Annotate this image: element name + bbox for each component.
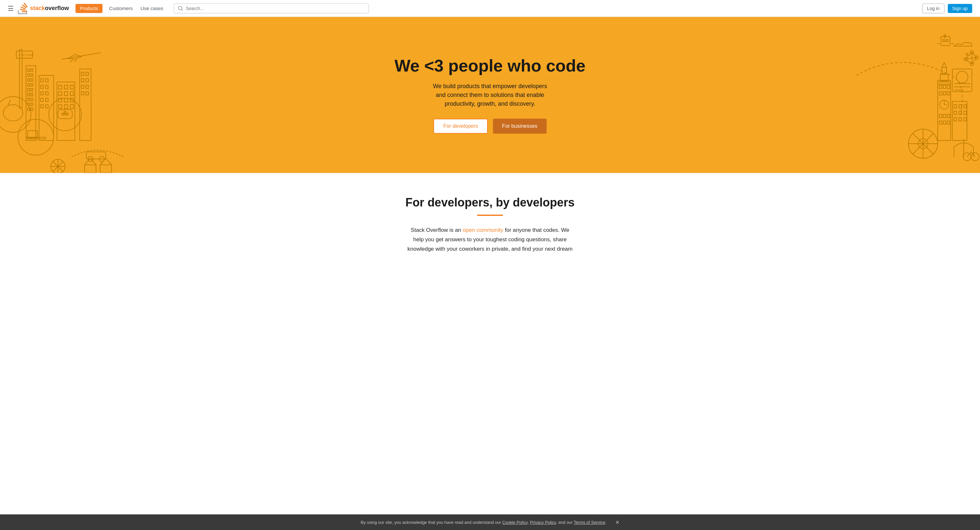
hero-buttons: For developers For businesses (395, 119, 585, 133)
svg-rect-106 (943, 92, 946, 95)
svg-rect-120 (964, 111, 966, 114)
svg-rect-109 (943, 114, 946, 118)
svg-line-57 (70, 59, 73, 62)
svg-rect-22 (28, 108, 30, 111)
section-divider (477, 214, 503, 216)
svg-marker-98 (942, 62, 947, 67)
svg-rect-70 (86, 152, 106, 159)
svg-rect-103 (943, 85, 946, 89)
svg-rect-116 (959, 105, 961, 108)
svg-rect-122 (959, 118, 961, 121)
svg-rect-17 (31, 93, 33, 96)
svg-rect-11 (31, 79, 33, 81)
svg-rect-37 (64, 85, 68, 89)
svg-rect-45 (59, 105, 62, 109)
svg-rect-94 (938, 82, 951, 140)
svg-rect-47 (70, 105, 73, 109)
svg-rect-16 (28, 93, 30, 96)
svg-rect-85 (946, 40, 948, 41)
svg-point-60 (3, 105, 23, 121)
svg-rect-38 (70, 85, 73, 89)
svg-rect-39 (59, 92, 62, 95)
svg-rect-27 (41, 85, 43, 89)
svg-rect-55 (81, 92, 84, 95)
svg-point-65 (66, 113, 68, 115)
svg-rect-50 (86, 72, 89, 75)
svg-rect-110 (947, 114, 950, 118)
section-body: Stack Overflow is an open community for … (406, 226, 574, 254)
hero-section: </welcome> (0, 17, 980, 173)
svg-rect-31 (41, 98, 43, 102)
section-heading: For developers, by developers (6, 196, 974, 209)
svg-rect-113 (947, 121, 950, 124)
svg-rect-53 (81, 85, 84, 89)
svg-rect-21 (31, 103, 33, 106)
svg-rect-32 (46, 98, 48, 102)
svg-point-66 (64, 111, 66, 113)
svg-rect-73 (84, 165, 96, 173)
svg-rect-26 (46, 79, 48, 82)
svg-rect-75 (100, 165, 111, 173)
site-logo[interactable]: stackoverflow (18, 3, 69, 14)
customers-link[interactable]: Customers (105, 3, 137, 13)
svg-rect-83 (941, 36, 950, 46)
svg-rect-7 (31, 69, 33, 71)
hero-content: We <3 people who code We build products … (395, 56, 585, 134)
hero-title: We <3 people who code (395, 56, 585, 76)
nav-auth-buttons: Log in Sign up (922, 3, 972, 13)
hero-left-illustration: </welcome> (0, 17, 143, 173)
svg-rect-117 (964, 105, 966, 108)
svg-line-143 (966, 59, 972, 64)
svg-rect-56 (86, 92, 89, 95)
svg-line-142 (972, 57, 977, 64)
svg-rect-123 (964, 118, 966, 121)
svg-rect-14 (28, 89, 30, 91)
navbar: ☰ stackoverflow Products Customers Use c… (0, 0, 980, 17)
svg-rect-25 (41, 79, 43, 82)
svg-rect-30 (46, 92, 48, 95)
svg-rect-43 (64, 98, 68, 102)
svg-rect-9 (31, 74, 33, 76)
svg-rect-107 (947, 92, 950, 95)
svg-rect-40 (64, 92, 68, 95)
signup-button[interactable]: Sign up (948, 4, 972, 13)
svg-rect-118 (954, 111, 956, 114)
search-input[interactable] (186, 6, 365, 11)
svg-rect-115 (954, 105, 956, 108)
svg-rect-111 (939, 121, 942, 124)
svg-rect-13 (31, 84, 33, 86)
use-cases-link[interactable]: Use cases (137, 3, 167, 13)
hamburger-menu-icon[interactable]: ☰ (8, 5, 14, 12)
svg-rect-23 (31, 108, 33, 111)
svg-rect-52 (86, 79, 89, 82)
svg-rect-29 (41, 92, 43, 95)
svg-rect-108 (939, 114, 942, 118)
svg-rect-49 (81, 72, 84, 75)
for-developers-button[interactable]: For developers (433, 119, 488, 133)
svg-rect-89 (952, 69, 972, 92)
open-community-link[interactable]: open community (463, 227, 503, 233)
svg-rect-12 (28, 84, 30, 86)
svg-point-139 (966, 53, 968, 55)
svg-rect-36 (59, 85, 62, 89)
login-button[interactable]: Log in (922, 3, 944, 13)
svg-rect-119 (959, 111, 961, 114)
svg-rect-33 (41, 105, 43, 108)
for-businesses-button[interactable]: For businesses (493, 119, 547, 133)
svg-rect-18 (28, 98, 30, 101)
svg-line-1 (181, 9, 183, 10)
svg-rect-8 (28, 74, 30, 76)
developers-section: For developers, by developers Stack Over… (0, 173, 980, 273)
svg-rect-102 (939, 85, 942, 89)
svg-rect-15 (31, 89, 33, 91)
search-icon (178, 6, 183, 11)
products-button[interactable]: Products (75, 4, 102, 13)
svg-point-64 (62, 113, 64, 115)
svg-rect-34 (46, 105, 48, 108)
search-container (174, 3, 369, 13)
svg-rect-96 (940, 74, 948, 81)
svg-rect-10 (28, 79, 30, 81)
svg-text:</welcome>: </welcome> (18, 54, 34, 57)
svg-rect-54 (86, 85, 89, 89)
svg-rect-112 (943, 121, 946, 124)
